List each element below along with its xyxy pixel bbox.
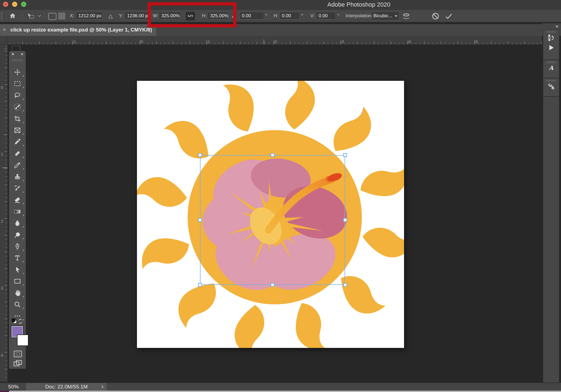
chevron-down-icon[interactable] [37,14,42,18]
dodge-icon [14,231,21,239]
quick-mask-mode-icon[interactable] [13,350,22,359]
reference-point-grid-icon[interactable] [58,12,65,20]
panel-expand-icon[interactable]: » [21,51,23,56]
panel-grip[interactable] [546,80,556,82]
window-minimize-button[interactable]: − [12,2,17,7]
clone-stamp-tool[interactable] [9,171,26,182]
move-tool[interactable] [9,67,26,78]
vertical-skew-field[interactable]: 0.00 [316,12,336,19]
horizontal-ruler[interactable]: 1012345 [8,36,542,45]
panel-grip[interactable] [12,59,23,61]
transform-handle-bottom-left[interactable] [198,283,202,287]
doc-size-info: Doc: 22.0M/55.1M [26,383,107,391]
path-selection-tool[interactable] [9,264,26,275]
type-tool[interactable] [9,253,26,264]
interpolation-dropdown[interactable]: Bicubic... [371,12,399,20]
transform-handle-middle-left[interactable] [198,218,202,222]
zoom-level[interactable]: 50% [8,383,19,391]
home-icon[interactable] [9,12,16,19]
gradient-icon [14,208,21,215]
window-zoom-button[interactable]: + [21,2,26,7]
vruler-label: 2 [1,219,3,224]
skew-h-degree-symbol: ° [301,10,303,22]
eyedropper-tool[interactable] [9,136,26,147]
object-selection-tool[interactable] [9,102,26,113]
frame-tool[interactable] [9,125,26,136]
transform-handle-top-left[interactable] [198,153,202,157]
y-position-field[interactable]: 1236.00 px [125,12,150,19]
pen-tool[interactable] [9,241,26,252]
dropdown-chevron-icon [395,15,397,17]
transform-handle-bottom-middle[interactable] [271,283,274,287]
hruler-label: 2 [275,39,277,44]
gradient-tool[interactable] [9,206,26,217]
hand-icon [14,289,21,297]
transform-handle-top-right[interactable] [343,153,347,157]
pencil-icon [14,161,21,169]
spot-healing-brush-tool[interactable] [9,148,26,159]
vertical-ruler[interactable]: 01234 [0,45,8,382]
swap-colors-icon[interactable] [17,318,24,325]
collapse-panels-icon[interactable]: « [556,23,558,29]
photoshop-window: × − + Adobe Photoshop 2020 X: 1212.00 px… [0,0,561,392]
separator [44,12,44,20]
transform-handle-top-middle[interactable] [271,153,274,157]
history-brush-tool[interactable] [9,183,26,194]
warp-mode-toggle-icon[interactable] [402,12,410,20]
dodge-tool[interactable] [9,230,26,241]
eraser-tool[interactable] [9,194,26,205]
history-panel-button[interactable] [547,34,555,43]
background-color-swatch[interactable] [17,334,28,346]
free-transform-bounding-box[interactable] [200,155,345,285]
vruler-label: 1 [1,152,3,156]
transform-tool-icon [27,12,35,20]
skew-h-label: H: [274,10,278,22]
cancel-transform-icon[interactable] [431,12,440,20]
commit-transform-icon[interactable] [444,12,453,20]
options-bar-grip[interactable] [1,12,2,20]
character-panel-button[interactable]: A [547,64,555,73]
horizontal-skew-field[interactable]: 0.00 [279,12,300,19]
screen-mode-icon[interactable] [13,360,22,368]
actions-panel-button[interactable] [547,44,555,53]
hruler-label: 4 [409,39,411,44]
ruler-corner[interactable] [0,36,8,45]
relative-positioning-icon[interactable]: △ [108,10,113,22]
clone-stamp-icon [14,173,21,181]
blur-icon [14,219,21,227]
panel-close-icon[interactable]: × [12,51,14,57]
transform-handle-bottom-right[interactable] [343,283,347,287]
tool-presets-panel-button[interactable] [547,82,555,92]
rotation-field[interactable]: 0.00 [239,12,264,19]
panel-dock: A [543,29,559,390]
x-position-field[interactable]: 1212.00 px [76,12,103,19]
transform-handle-middle-right[interactable] [343,218,347,222]
hand-tool[interactable] [9,288,26,299]
toggle-reference-point-checkbox[interactable] [48,13,56,20]
path-selection-icon [14,266,21,273]
blur-tool[interactable] [9,218,26,229]
rectangle-tool[interactable] [9,276,26,287]
panel-grip[interactable] [546,61,556,63]
default-colors-icon[interactable] [11,318,17,324]
y-label: Y: [119,10,123,22]
zoom-tool[interactable] [9,299,26,310]
svg-text:A: A [549,64,554,71]
document-tab[interactable]: × click up resize example file.psd @ 50%… [0,24,156,36]
doc-info-block[interactable]: Doc: 22.0M/55.1M › [26,383,107,391]
rectangular-marquee-tool[interactable] [9,78,26,89]
crop-tool[interactable] [9,113,26,124]
pencil-tool[interactable] [9,160,26,171]
window-close-button[interactable]: × [3,2,8,7]
separator [342,12,343,20]
document-canvas[interactable] [137,81,404,348]
window-title: Adobe Photoshop 2020 [326,0,392,9]
panel-grip[interactable] [546,31,556,33]
titlebar: × − + Adobe Photoshop 2020 [0,0,561,10]
tab-close-icon[interactable]: × [3,24,6,35]
hruler-label: 1 [208,39,210,44]
status-expand-chevron-icon[interactable]: › [101,383,104,390]
lasso-tool[interactable] [9,90,26,101]
separator [270,12,270,20]
dock-panel-group: A [543,60,559,78]
